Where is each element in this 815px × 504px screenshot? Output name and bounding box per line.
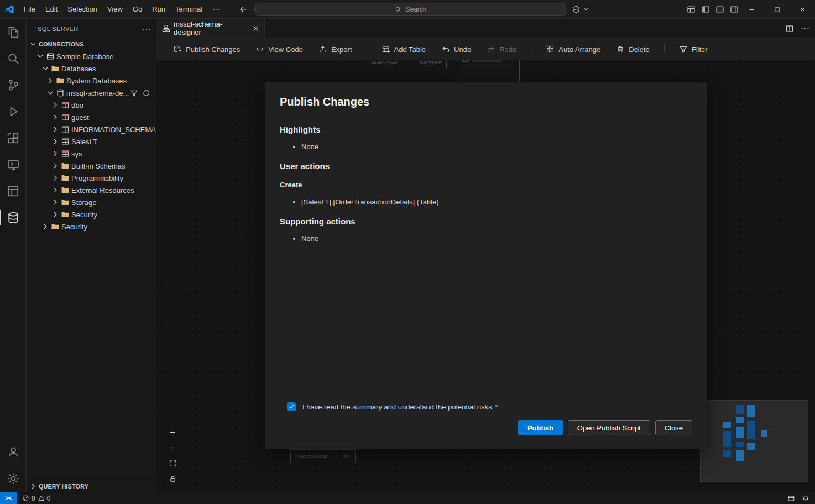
tree-item-information-schema[interactable]: INFORMATION_SCHEMA [27, 123, 156, 135]
remote-indicator[interactable]: >< [0, 492, 17, 504]
minimize-button[interactable] [739, 0, 764, 19]
connections-label: CONNECTIONS [39, 41, 83, 48]
toggle-primary-sidebar-button[interactable] [701, 5, 710, 14]
remote-window-icon[interactable] [787, 495, 795, 502]
minimap-block [723, 450, 731, 457]
search-placeholder: Search [405, 6, 426, 13]
activitybar-run-and-debug[interactable] [0, 98, 26, 125]
publish-button[interactable]: Publish [518, 420, 563, 435]
tree-item-system-databases[interactable]: System Databases [27, 75, 156, 87]
notifications-bell-icon[interactable] [802, 495, 809, 502]
tree-item-label: System Databases [66, 77, 127, 85]
maximize-button[interactable] [764, 0, 790, 19]
zoom-in-button[interactable] [168, 427, 177, 437]
tab-close-button[interactable] [252, 24, 260, 33]
toolbar-export[interactable]: Export [311, 42, 360, 56]
publish-changes-dialog: Publish Changes HighlightsNoneUser actio… [265, 82, 707, 449]
problems-indicator[interactable]: 0 0 [22, 495, 50, 502]
close-window-button[interactable] [790, 0, 815, 19]
error-count: 0 [32, 495, 35, 502]
activitybar-search[interactable] [0, 45, 26, 72]
toolbar-label: View Code [268, 45, 303, 54]
toolbar-redo[interactable]: Redo [479, 42, 524, 56]
split-editor-button[interactable] [785, 24, 794, 33]
menu-run[interactable]: Run [147, 3, 170, 15]
toolbar-label: Undo [454, 45, 471, 54]
activitybar-sql-server[interactable] [0, 204, 26, 231]
command-center-search[interactable]: Search [255, 3, 566, 16]
folder-icon [50, 64, 60, 73]
menu-file[interactable]: File [19, 3, 40, 15]
toolbar-undo[interactable]: Undo [433, 42, 479, 56]
tree-item-databases[interactable]: Databases [27, 62, 156, 75]
toolbar-separator [531, 45, 531, 54]
chevron-down-icon [35, 52, 45, 61]
activitybar-accounts[interactable] [0, 439, 26, 465]
risk-acknowledgement-row: I have read the summary and understand t… [280, 402, 692, 411]
toolbar-publish-changes[interactable]: Publish Changes [165, 42, 248, 56]
activity-bar-top [0, 19, 26, 231]
folder-icon [60, 161, 70, 170]
toolbar-auto-arrange[interactable]: Auto Arrange [538, 42, 608, 56]
activity-bar-bottom [0, 439, 26, 492]
menu-selection[interactable]: Selection [62, 3, 102, 15]
toggle-panel-button[interactable] [715, 5, 724, 14]
menu-view[interactable]: View [102, 3, 128, 15]
zoom-out-button[interactable] [168, 443, 177, 453]
activitybar-settings[interactable] [0, 465, 26, 492]
menu-more[interactable]: ··· [207, 3, 224, 15]
editor-more-actions-button[interactable]: ··· [801, 24, 809, 34]
chevron-down-icon [582, 5, 591, 14]
folder-icon [60, 198, 70, 207]
tree-item-actions [129, 89, 156, 97]
tree-item-sys[interactable]: sys [27, 148, 156, 160]
menu-terminal[interactable]: Terminal [170, 3, 207, 15]
open-publish-script-button[interactable]: Open Publish Script [568, 420, 650, 435]
connections-section-header[interactable]: CONNECTIONS [27, 38, 156, 50]
tree-item-external-resources[interactable]: External Resources [27, 184, 156, 196]
tree-item-saleslt[interactable]: SalesLT [27, 135, 156, 148]
activitybar-remote-explorer[interactable] [0, 151, 26, 178]
menu-edit[interactable]: Edit [40, 3, 62, 15]
toolbar-label: Auto Arrange [558, 45, 600, 54]
tree-item-storage[interactable]: Storage [27, 196, 156, 208]
tab-mssql-schema-designer[interactable]: mssql-schema-designer [156, 19, 265, 38]
more-actions-button[interactable]: ··· [142, 24, 151, 33]
activitybar-explorer[interactable] [0, 19, 26, 45]
window-controls [739, 0, 815, 19]
activitybar-source-control[interactable] [0, 72, 26, 98]
tree-item-programmability[interactable]: Programmability [27, 172, 156, 184]
activitybar-extensions[interactable] [0, 125, 26, 151]
tree-item-label: External Resources [71, 186, 134, 195]
tree-item-sample-database[interactable]: Sample Database [27, 50, 156, 62]
tree-item-mssql-schema-de[interactable]: mssql-schema-de... [27, 87, 156, 99]
folder-icon [60, 210, 70, 219]
copilot-menu[interactable] [572, 3, 591, 16]
tree-item-guest[interactable]: guest [27, 111, 156, 123]
activitybar-containers[interactable] [0, 178, 26, 204]
fit-view-button[interactable] [168, 458, 177, 468]
tree-item-security[interactable]: Security [27, 221, 156, 233]
filter-icon[interactable] [129, 89, 139, 97]
menu-go[interactable]: Go [128, 3, 147, 15]
lock-button[interactable] [168, 474, 177, 484]
refresh-icon[interactable] [141, 89, 151, 97]
customize-layout-button[interactable] [687, 5, 696, 14]
risk-acknowledgement-checkbox[interactable] [287, 402, 296, 411]
toolbar-add-table[interactable]: Add Table [374, 42, 434, 56]
schema-minimap[interactable] [700, 400, 808, 482]
query-history-section-header[interactable]: QUERY HISTORY [27, 480, 156, 492]
tree-item-built-in-schemas[interactable]: Built-in Schemas [27, 160, 156, 172]
folder-icon [60, 186, 70, 195]
toolbar-filter[interactable]: Filter [671, 42, 715, 56]
toggle-secondary-sidebar-button[interactable] [730, 5, 739, 14]
close-button[interactable]: Close [655, 420, 692, 435]
toolbar-delete[interactable]: Delete [608, 42, 657, 56]
tree-item-security[interactable]: Security [27, 208, 156, 221]
required-marker: * [495, 403, 498, 411]
toolbar-view-code[interactable]: View Code [248, 42, 311, 56]
back-button[interactable] [239, 5, 248, 14]
schema-icon [60, 149, 70, 158]
chevron-right-icon [50, 198, 60, 207]
tree-item-dbo[interactable]: dbo [27, 99, 156, 111]
